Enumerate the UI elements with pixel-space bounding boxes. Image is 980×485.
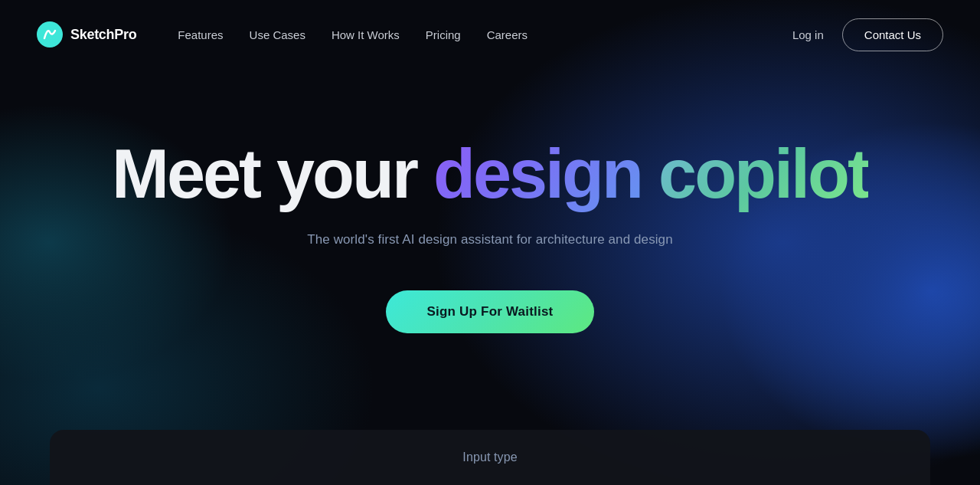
nav-item-how-it-works[interactable]: How It Works — [321, 22, 410, 48]
svg-point-0 — [37, 21, 63, 48]
hero-title-space — [642, 136, 658, 212]
nav-links: Features Use Cases How It Works Pricing … — [167, 22, 538, 48]
contact-button[interactable]: Contact Us — [842, 18, 943, 51]
nav-item-pricing[interactable]: Pricing — [415, 22, 472, 48]
nav-item-careers[interactable]: Careers — [476, 22, 538, 48]
nav-item-features[interactable]: Features — [167, 22, 234, 48]
bottom-card: Input type — [50, 430, 930, 485]
login-link[interactable]: Log in — [792, 28, 824, 41]
logo-icon — [37, 21, 63, 48]
hero-title-design: design — [433, 136, 642, 212]
brand-name: SketchPro — [70, 27, 136, 43]
hero-title-part1: Meet your — [112, 136, 433, 212]
nav-item-use-cases[interactable]: Use Cases — [239, 22, 316, 48]
waitlist-button[interactable]: Sign Up For Waitlist — [386, 290, 595, 333]
hero-subtitle: The world's first AI design assistant fo… — [307, 232, 672, 247]
nav-left: SketchPro Features Use Cases How It Work… — [37, 21, 538, 48]
logo[interactable]: SketchPro — [37, 21, 136, 48]
nav-right: Log in Contact Us — [792, 18, 943, 51]
hero-title-copilot: copilot — [658, 136, 868, 212]
hero-section: Meet your design copilot The world's fir… — [0, 69, 980, 333]
input-type-label: Input type — [462, 451, 517, 464]
navbar: SketchPro Features Use Cases How It Work… — [0, 0, 980, 69]
hero-title: Meet your design copilot — [112, 138, 868, 211]
